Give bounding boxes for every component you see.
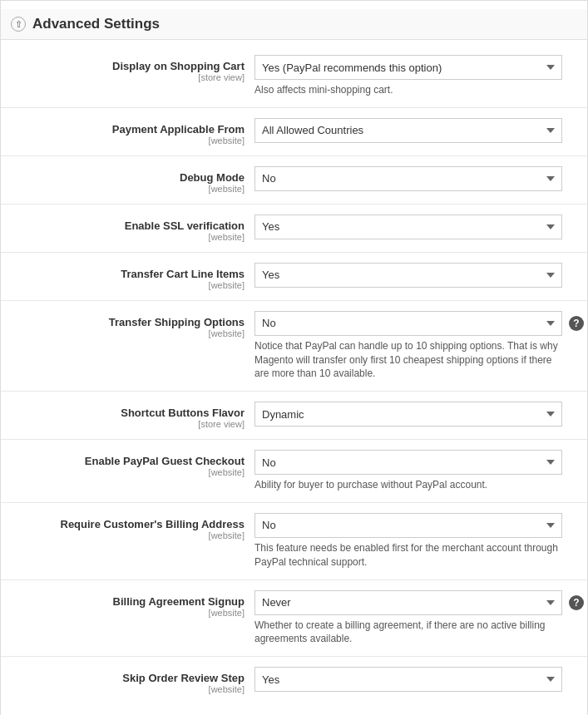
- form-row-display_on_shopping_cart: Display on Shopping Cart[store view]Yes …: [1, 48, 587, 104]
- label-col-shortcut_buttons_flavor: Shortcut Buttons Flavor[store view]: [9, 402, 254, 429]
- control-row-require_customers_billing_address: NoYes: [254, 513, 579, 538]
- section-header: ⇧ Advanced Settings: [1, 9, 587, 40]
- label-col-display_on_shopping_cart: Display on Shopping Cart[store view]: [9, 55, 254, 82]
- divider-6: [1, 439, 587, 440]
- control-col-shortcut_buttons_flavor: DynamicStatic: [254, 402, 579, 427]
- page-container: ⇧ Advanced Settings Display on Shopping …: [0, 0, 588, 715]
- collapse-icon[interactable]: ⇧: [11, 17, 26, 32]
- select-transfer_cart_line_items[interactable]: YesNo: [254, 263, 562, 288]
- help-icon-transfer_shipping_options[interactable]: ?: [569, 316, 584, 331]
- control-row-transfer_shipping_options: NoYes?: [254, 311, 584, 336]
- field-label-require_customers_billing_address: Require Customer's Billing Address: [9, 518, 245, 530]
- field-scope-enable_ssl_verification: [website]: [9, 232, 245, 242]
- label-col-debug_mode: Debug Mode[website]: [9, 166, 254, 194]
- field-label-shortcut_buttons_flavor: Shortcut Buttons Flavor: [9, 407, 245, 419]
- select-shortcut_buttons_flavor[interactable]: DynamicStatic: [254, 402, 562, 427]
- control-row-display_on_shopping_cart: Yes (PayPal recommends this option)No: [254, 55, 579, 80]
- label-col-payment_applicable_from: Payment Applicable From[website]: [9, 118, 254, 145]
- field-scope-shortcut_buttons_flavor: [store view]: [9, 419, 245, 429]
- field-label-enable_ssl_verification: Enable SSL verification: [9, 219, 245, 232]
- select-enable_ssl_verification[interactable]: YesNo: [254, 214, 562, 239]
- field-label-transfer_shipping_options: Transfer Shipping Options: [9, 316, 245, 328]
- field-label-debug_mode: Debug Mode: [9, 171, 245, 184]
- label-col-billing_agreement_signup: Billing Agreement Signup[website]: [9, 590, 254, 618]
- control-row-skip_order_review_step: YesNo: [254, 667, 579, 692]
- control-row-transfer_cart_line_items: YesNo: [254, 263, 579, 288]
- field-label-skip_order_review_step: Skip Order Review Step: [9, 672, 245, 684]
- field-scope-transfer_shipping_options: [website]: [9, 328, 245, 338]
- divider-9: [1, 656, 587, 657]
- select-transfer_shipping_options[interactable]: NoYes: [254, 311, 562, 336]
- label-col-transfer_shipping_options: Transfer Shipping Options[website]: [9, 311, 254, 338]
- control-col-skip_order_review_step: YesNo: [254, 667, 579, 692]
- control-row-payment_applicable_from: All Allowed CountriesSpecific Countries: [254, 118, 579, 143]
- label-col-enable_paypal_guest_checkout: Enable PayPal Guest Checkout[website]: [9, 450, 254, 477]
- control-row-debug_mode: NoYes: [254, 166, 579, 191]
- form-row-enable_ssl_verification: Enable SSL verification[website]YesNo: [1, 208, 587, 249]
- label-col-require_customers_billing_address: Require Customer's Billing Address[websi…: [9, 513, 254, 540]
- field-label-enable_paypal_guest_checkout: Enable PayPal Guest Checkout: [9, 455, 245, 467]
- divider-2: [1, 204, 587, 205]
- hint-display_on_shopping_cart: Also affects mini-shopping cart.: [254, 83, 562, 97]
- select-require_customers_billing_address[interactable]: NoYes: [254, 513, 562, 538]
- field-label-payment_applicable_from: Payment Applicable From: [9, 123, 245, 136]
- section-title: Advanced Settings: [32, 16, 160, 32]
- form-row-debug_mode: Debug Mode[website]NoYes: [1, 160, 587, 200]
- hint-billing_agreement_signup: Whether to create a billing agreement, i…: [254, 619, 562, 647]
- hint-require_customers_billing_address: This feature needs be enabled first for …: [254, 541, 562, 570]
- select-debug_mode[interactable]: NoYes: [254, 166, 562, 191]
- form-row-require_customers_billing_address: Require Customer's Billing Address[websi…: [1, 506, 587, 576]
- form-row-enable_paypal_guest_checkout: Enable PayPal Guest Checkout[website]NoY…: [1, 443, 587, 499]
- form-row-billing_agreement_signup: Billing Agreement Signup[website]NeverAu…: [1, 584, 587, 653]
- field-scope-display_on_shopping_cart: [store view]: [9, 72, 245, 82]
- control-col-enable_ssl_verification: YesNo: [254, 214, 579, 239]
- divider-7: [1, 502, 587, 503]
- select-billing_agreement_signup[interactable]: NeverAutoEvery Visit: [254, 590, 562, 615]
- field-scope-billing_agreement_signup: [website]: [9, 608, 245, 618]
- control-col-debug_mode: NoYes: [254, 166, 579, 191]
- field-scope-skip_order_review_step: [website]: [9, 684, 245, 694]
- form-row-transfer_cart_line_items: Transfer Cart Line Items[website]YesNo: [1, 256, 587, 297]
- select-payment_applicable_from[interactable]: All Allowed CountriesSpecific Countries: [254, 118, 562, 143]
- select-enable_paypal_guest_checkout[interactable]: NoYes: [254, 450, 562, 475]
- select-skip_order_review_step[interactable]: YesNo: [254, 667, 562, 692]
- hint-enable_paypal_guest_checkout: Ability for buyer to purchase without Pa…: [254, 478, 562, 492]
- field-scope-require_customers_billing_address: [website]: [9, 530, 245, 540]
- control-col-require_customers_billing_address: NoYesThis feature needs be enabled first…: [254, 513, 579, 570]
- form-row-transfer_shipping_options: Transfer Shipping Options[website]NoYes?…: [1, 304, 587, 387]
- control-col-transfer_cart_line_items: YesNo: [254, 263, 579, 288]
- form-row-skip_order_review_step: Skip Order Review Step[website]YesNo: [1, 660, 587, 701]
- control-row-enable_ssl_verification: YesNo: [254, 214, 579, 239]
- control-row-enable_paypal_guest_checkout: NoYes: [254, 450, 579, 475]
- divider-8: [1, 579, 587, 580]
- select-display_on_shopping_cart[interactable]: Yes (PayPal recommends this option)No: [254, 55, 562, 80]
- label-col-transfer_cart_line_items: Transfer Cart Line Items[website]: [9, 263, 254, 290]
- control-col-transfer_shipping_options: NoYes?Notice that PayPal can handle up t…: [254, 311, 584, 381]
- field-label-display_on_shopping_cart: Display on Shopping Cart: [9, 60, 245, 72]
- label-col-enable_ssl_verification: Enable SSL verification[website]: [9, 214, 254, 242]
- field-label-billing_agreement_signup: Billing Agreement Signup: [9, 595, 245, 608]
- divider-0: [1, 107, 587, 108]
- divider-3: [1, 252, 587, 253]
- hint-transfer_shipping_options: Notice that PayPal can handle up to 10 s…: [254, 339, 562, 381]
- control-row-shortcut_buttons_flavor: DynamicStatic: [254, 402, 579, 427]
- fields-container: Display on Shopping Cart[store view]Yes …: [1, 48, 587, 701]
- field-label-transfer_cart_line_items: Transfer Cart Line Items: [9, 268, 245, 280]
- control-col-enable_paypal_guest_checkout: NoYesAbility for buyer to purchase witho…: [254, 450, 579, 492]
- field-scope-payment_applicable_from: [website]: [9, 136, 245, 145]
- field-scope-enable_paypal_guest_checkout: [website]: [9, 467, 245, 477]
- control-col-payment_applicable_from: All Allowed CountriesSpecific Countries: [254, 118, 579, 143]
- control-col-display_on_shopping_cart: Yes (PayPal recommends this option)NoAls…: [254, 55, 579, 97]
- divider-5: [1, 391, 587, 392]
- help-icon-billing_agreement_signup[interactable]: ?: [569, 595, 584, 610]
- control-row-billing_agreement_signup: NeverAutoEvery Visit?: [254, 590, 584, 615]
- form-row-payment_applicable_from: Payment Applicable From[website]All Allo…: [1, 111, 587, 152]
- control-col-billing_agreement_signup: NeverAutoEvery Visit?Whether to create a…: [254, 590, 584, 647]
- field-scope-transfer_cart_line_items: [website]: [9, 280, 245, 290]
- label-col-skip_order_review_step: Skip Order Review Step[website]: [9, 667, 254, 694]
- field-scope-debug_mode: [website]: [9, 184, 245, 194]
- divider-1: [1, 155, 587, 156]
- form-row-shortcut_buttons_flavor: Shortcut Buttons Flavor[store view]Dynam…: [1, 395, 587, 436]
- divider-4: [1, 300, 587, 301]
